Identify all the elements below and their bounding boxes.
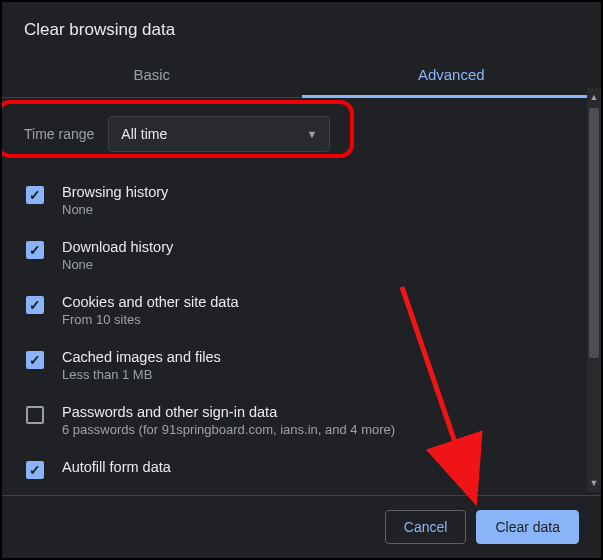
tab-bar: Basic Advanced xyxy=(2,54,601,98)
list-item: Browsing history None xyxy=(20,174,583,229)
tab-advanced[interactable]: Advanced xyxy=(302,54,602,97)
item-subtitle: None xyxy=(62,257,173,272)
scrollbar-thumb[interactable] xyxy=(589,108,599,358)
time-range-row: Time range All time ▼ xyxy=(20,108,583,162)
item-subtitle: None xyxy=(62,202,168,217)
time-range-label: Time range xyxy=(24,126,94,142)
dialog-content: Time range All time ▼ Browsing history N… xyxy=(2,98,601,495)
item-subtitle: 6 passwords (for 91springboard.com, ians… xyxy=(62,422,395,437)
cancel-button[interactable]: Cancel xyxy=(385,510,467,544)
list-item: Download history None xyxy=(20,229,583,284)
item-subtitle: From 10 sites xyxy=(62,312,239,327)
scroll-down-icon[interactable]: ▼ xyxy=(587,474,601,492)
data-type-list: Browsing history None Download history N… xyxy=(20,170,583,491)
checkbox-cookies[interactable] xyxy=(26,296,44,314)
item-title: Browsing history xyxy=(62,184,168,200)
checkbox-autofill[interactable] xyxy=(26,461,44,479)
time-range-value: All time xyxy=(121,126,167,142)
list-item: Autofill form data xyxy=(20,449,583,491)
list-item: Passwords and other sign-in data 6 passw… xyxy=(20,394,583,449)
list-item: Cookies and other site data From 10 site… xyxy=(20,284,583,339)
item-title: Cached images and files xyxy=(62,349,221,365)
item-title: Passwords and other sign-in data xyxy=(62,404,395,420)
vertical-scrollbar[interactable]: ▲ ▼ xyxy=(587,88,601,492)
dialog-footer: Cancel Clear data xyxy=(2,495,601,558)
time-range-select[interactable]: All time ▼ xyxy=(108,116,330,152)
chevron-down-icon: ▼ xyxy=(306,128,317,140)
checkbox-passwords[interactable] xyxy=(26,406,44,424)
checkbox-browsing-history[interactable] xyxy=(26,186,44,204)
list-item: Cached images and files Less than 1 MB xyxy=(20,339,583,394)
clear-data-button[interactable]: Clear data xyxy=(476,510,579,544)
scroll-up-icon[interactable]: ▲ xyxy=(587,88,601,106)
item-subtitle: Less than 1 MB xyxy=(62,367,221,382)
dialog-title: Clear browsing data xyxy=(2,2,601,54)
item-title: Cookies and other site data xyxy=(62,294,239,310)
checkbox-cache[interactable] xyxy=(26,351,44,369)
checkbox-download-history[interactable] xyxy=(26,241,44,259)
tab-basic[interactable]: Basic xyxy=(2,54,302,97)
item-title: Download history xyxy=(62,239,173,255)
item-title: Autofill form data xyxy=(62,459,171,475)
clear-browsing-data-dialog: Clear browsing data Basic Advanced Time … xyxy=(2,2,601,558)
